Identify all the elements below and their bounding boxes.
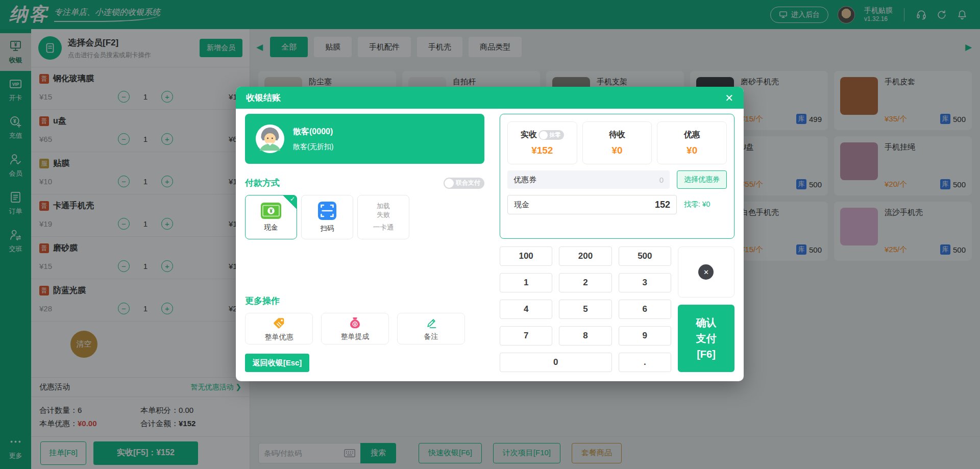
summary-card-value: ¥152 bbox=[531, 145, 553, 156]
combine-pay-toggle[interactable]: 联合支付 bbox=[444, 178, 484, 189]
payment-methods: ¥ 现金 扫码 加载失败 一卡通 bbox=[245, 195, 484, 239]
member-level: 散客(无折扣) bbox=[293, 142, 333, 152]
select-coupon-button[interactable]: 选择优惠券 bbox=[677, 170, 727, 189]
summary-card-label: 待收 bbox=[609, 130, 625, 140]
numpad-key-9[interactable]: 9 bbox=[619, 326, 671, 345]
toggle-knob bbox=[445, 179, 454, 188]
summary-cards: 实收抹零 ¥152 待收 ¥0 优惠 ¥0 bbox=[507, 121, 727, 164]
numpad-key-7[interactable]: 7 bbox=[500, 326, 552, 345]
op-label: 整单提成 bbox=[341, 332, 370, 341]
modal-right-column: 实收抹零 ¥152 待收 ¥0 优惠 ¥0 优惠券 0 选择优惠券 现金 bbox=[500, 114, 734, 372]
selected-check-icon bbox=[283, 195, 297, 209]
op-整单提成[interactable]: ¥ 整单提成 bbox=[321, 313, 389, 344]
more-ops-group: 更多操作 整单优惠 ¥ 整单提成 备注 返回收银[Esc] bbox=[245, 295, 484, 372]
cash-icon: ¥ bbox=[261, 203, 281, 219]
numpad-keys: 1002005001234567890. bbox=[500, 246, 671, 372]
member-name: 散客(0000) bbox=[293, 127, 333, 137]
numpad-key-2[interactable]: 2 bbox=[559, 273, 611, 292]
numpad-key-6[interactable]: 6 bbox=[619, 300, 671, 319]
round-off-toggle[interactable]: 抹零 bbox=[538, 130, 564, 140]
payment-method-扫码[interactable]: 扫码 bbox=[301, 195, 353, 239]
summary-card: 优惠 ¥0 bbox=[657, 121, 727, 164]
cash-label: 现金 bbox=[514, 200, 529, 210]
payment-method-label: 一卡通 bbox=[373, 223, 394, 232]
payment-method-现金[interactable]: ¥ 现金 bbox=[245, 195, 297, 239]
numpad-key-100[interactable]: 100 bbox=[500, 246, 552, 266]
modal-body: 散客(0000) 散客(无折扣) 付款方式 联合支付 ¥ 现金 扫码 bbox=[236, 109, 744, 381]
checkout-modal: 收银结账 ✕ 散客(0000) 散客(无折扣) 付款方式 联合支付 bbox=[236, 87, 744, 381]
numpad-key-.[interactable]: . bbox=[619, 353, 671, 372]
numpad-key-8[interactable]: 8 bbox=[559, 326, 611, 345]
svg-text:¥: ¥ bbox=[270, 208, 273, 214]
summary-card-label: 实收抹零 bbox=[521, 130, 564, 140]
summary-panel: 实收抹零 ¥152 待收 ¥0 优惠 ¥0 优惠券 0 选择优惠券 现金 bbox=[500, 114, 734, 239]
backspace-icon: ✕ bbox=[698, 264, 714, 280]
coupon-field[interactable]: 优惠券 0 bbox=[507, 170, 670, 189]
load-failed-text: 加载失败 bbox=[376, 202, 391, 219]
close-icon[interactable]: ✕ bbox=[725, 93, 733, 103]
confirm-pay-button[interactable]: 确认支付[F6] bbox=[678, 305, 734, 372]
change-text: 找零: ¥0 bbox=[684, 200, 727, 209]
numpad-key-5[interactable]: 5 bbox=[559, 300, 611, 319]
op-备注[interactable]: 备注 bbox=[397, 313, 465, 344]
commission-bag-icon: ¥ bbox=[348, 316, 362, 330]
more-ops-cards: 整单优惠 ¥ 整单提成 备注 bbox=[245, 313, 484, 344]
numpad-key-500[interactable]: 500 bbox=[619, 246, 671, 266]
payment-method-label: 现金 bbox=[264, 223, 278, 232]
op-整单优惠[interactable]: 整单优惠 bbox=[245, 313, 313, 344]
backspace-key[interactable]: ✕ bbox=[678, 246, 734, 298]
note-pen-icon bbox=[425, 316, 438, 330]
modal-title: 收银结账 bbox=[246, 92, 281, 104]
discount-tag-icon bbox=[272, 316, 286, 330]
scan-icon bbox=[318, 202, 336, 220]
modal-header: 收银结账 ✕ bbox=[236, 87, 744, 109]
op-label: 整单优惠 bbox=[265, 333, 293, 342]
summary-card-value: ¥0 bbox=[611, 145, 622, 156]
coupon-count: 0 bbox=[659, 176, 664, 184]
payment-section-title: 付款方式 bbox=[245, 177, 280, 189]
member-summary-card: 散客(0000) 散客(无折扣) bbox=[245, 114, 484, 164]
payment-method-label: 扫码 bbox=[321, 224, 334, 233]
numpad-key-3[interactable]: 3 bbox=[619, 273, 671, 292]
numpad-key-0[interactable]: 0 bbox=[500, 353, 612, 372]
svg-text:¥: ¥ bbox=[354, 322, 356, 327]
modal-left-column: 散客(0000) 散客(无折扣) 付款方式 联合支付 ¥ 现金 扫码 bbox=[245, 114, 484, 372]
summary-card: 待收 ¥0 bbox=[582, 121, 652, 164]
member-avatar bbox=[255, 124, 285, 154]
numpad-key-4[interactable]: 4 bbox=[500, 300, 552, 319]
numpad-key-1[interactable]: 1 bbox=[500, 273, 552, 292]
numpad: 1002005001234567890. ✕ 确认支付[F6] bbox=[500, 246, 734, 372]
coupon-label: 优惠券 bbox=[513, 175, 536, 185]
summary-card-label: 优惠 bbox=[684, 130, 700, 140]
numpad-key-200[interactable]: 200 bbox=[559, 246, 611, 266]
cash-value: 152 bbox=[655, 200, 670, 210]
more-ops-title: 更多操作 bbox=[245, 295, 280, 307]
summary-card-value: ¥0 bbox=[687, 145, 697, 156]
cash-amount-field[interactable]: 现金 152 bbox=[507, 195, 677, 214]
summary-card: 实收抹零 ¥152 bbox=[507, 121, 577, 164]
op-label: 备注 bbox=[424, 332, 438, 341]
payment-method-一卡通[interactable]: 加载失败 一卡通 bbox=[357, 195, 409, 239]
back-to-cashier-button[interactable]: 返回收银[Esc] bbox=[245, 354, 309, 372]
